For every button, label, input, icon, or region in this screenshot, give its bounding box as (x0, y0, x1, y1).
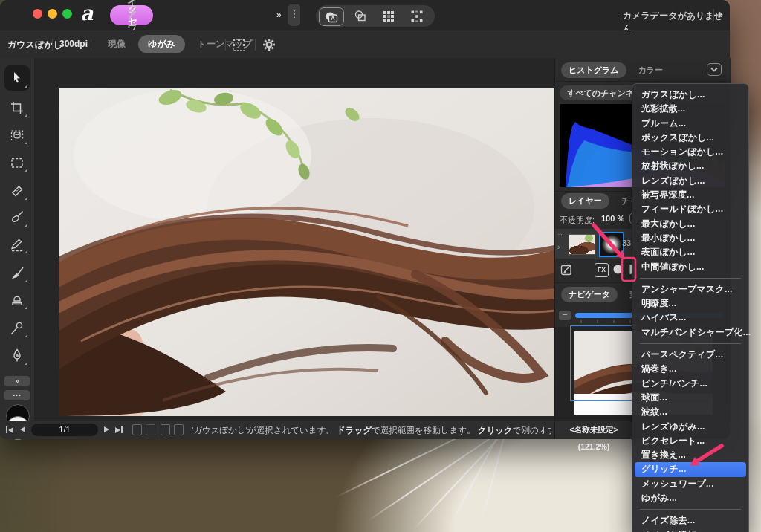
menu-item[interactable]: 中間値ぼかし... (632, 260, 748, 274)
menu-item[interactable]: グリッチ... (635, 462, 746, 476)
menu-item[interactable]: ハイパス... (632, 311, 748, 325)
circle-a-icon: A (324, 10, 339, 24)
menu-item[interactable]: 波紋... (632, 405, 748, 419)
menu-item[interactable] (640, 509, 741, 510)
menu-item[interactable]: 最小ぼかし... (632, 231, 748, 245)
duplicate-page-button[interactable] (161, 424, 170, 435)
transform-handles-button[interactable] (405, 7, 429, 25)
smudge-tool[interactable] (4, 317, 30, 340)
menu-item[interactable]: ノイズ除去... (632, 513, 748, 528)
panel-tab[interactable]: カラー (631, 62, 671, 78)
paint-brush-tool[interactable] (4, 262, 30, 285)
menu-item[interactable]: マルチバンドシャープ化... (632, 325, 748, 340)
menu-item[interactable]: レンズゆがみ... (632, 420, 748, 434)
titlebar-overflow-chevron[interactable]: » (718, 10, 723, 20)
status-hint: 'ガウスぼかし'が選択されています。 ドラッグで選択範囲を移動します。 クリック… (192, 425, 551, 436)
marquee-tool[interactable] (4, 151, 30, 175)
more-tools-button[interactable]: ••• (4, 390, 30, 400)
persona-tab[interactable]: レイアウト (110, 5, 153, 25)
pixel-grid-button[interactable] (232, 38, 246, 55)
dpi-label: 300dpi (59, 39, 88, 49)
menu-item[interactable]: モーションぼかし... (632, 145, 748, 159)
layer-fx-button[interactable]: FX (595, 263, 609, 277)
last-page-button[interactable] (115, 426, 123, 433)
document-zoom-status[interactable]: <名称未設定> (121.2%) (554, 421, 632, 438)
menu-item[interactable]: 明瞭度... (632, 296, 748, 311)
menu-item[interactable]: フィールドぼかし... (632, 202, 748, 216)
menu-item[interactable]: ピクセレート... (632, 434, 748, 448)
healing-brush-tool[interactable] (4, 179, 30, 203)
opacity-value[interactable]: 100 % (601, 214, 624, 223)
menu-item[interactable]: ノイズを追加 (632, 528, 748, 532)
move-tool[interactable] (4, 65, 30, 91)
delete-page-button[interactable] (146, 424, 155, 435)
blend-options-icon[interactable]: ⁘ (557, 231, 563, 239)
next-page-button[interactable] (104, 426, 109, 432)
menu-item[interactable]: 置き換え... (632, 448, 748, 462)
menu-item[interactable] (640, 278, 741, 279)
panel-tab[interactable]: ヒストグラム (561, 62, 626, 78)
document-canvas[interactable] (35, 58, 554, 421)
close-window-button[interactable] (33, 9, 42, 19)
zoom-window-button[interactable] (62, 9, 72, 19)
shapes-button[interactable] (349, 7, 372, 25)
persona-overflow-chevron[interactable]: » (276, 10, 282, 20)
menu-item[interactable]: 光彩拡散... (632, 102, 748, 116)
mode-button[interactable]: 現像 (98, 35, 135, 53)
pen-tool[interactable] (4, 344, 30, 368)
grid-icon (382, 10, 395, 23)
menu-item[interactable]: ガウスぼかし... (632, 88, 748, 102)
affinity-logo: a (80, 1, 94, 25)
grid-button[interactable] (377, 7, 401, 25)
status-bar: 1/1 'ガウスぼかし'が選択されています。 ドラッグで選択範囲を移動します。 … (0, 421, 730, 439)
panel-tab[interactable]: レイヤー (561, 193, 609, 209)
menu-item[interactable]: アンシャープマスク... (632, 282, 748, 296)
page-indicator[interactable]: 1/1 (31, 424, 98, 436)
menu-item[interactable]: 最大ぼかし... (632, 217, 748, 231)
panel-collapse-button[interactable] (707, 63, 722, 76)
mask-layer-button[interactable] (612, 263, 624, 279)
page-list-button[interactable] (174, 424, 184, 435)
selection-brush-tool[interactable] (4, 123, 30, 147)
edit-layer-button[interactable] (560, 263, 573, 279)
live-filters-menu: ガウスぼかし...光彩拡散...ブルーム...ボックスぼかし...モーションぼか… (632, 83, 749, 532)
menu-item[interactable]: ゆがみ... (632, 491, 748, 505)
first-page-button[interactable] (6, 426, 13, 433)
selection-handles-icon (410, 10, 424, 23)
expand-layer-chevron[interactable]: › (557, 242, 560, 251)
menu-item[interactable]: 放射状ぼかし... (632, 159, 748, 173)
crop-tool[interactable] (4, 96, 30, 120)
canvas-grid-icon (232, 38, 246, 52)
context-toolbar: ガウスぼかし 300dpi 現像ゆがみトーンマップ (0, 30, 730, 59)
layer-thumbnail[interactable] (569, 234, 595, 255)
menu-item[interactable]: ブルーム... (632, 117, 748, 131)
mask-circle-icon (612, 263, 624, 276)
panel-tab[interactable]: ナビゲータ (561, 287, 618, 302)
app-window: a ベクター ピクセル レイアウト » ⋮ (0, 0, 730, 438)
inpainting-tool[interactable] (4, 206, 30, 230)
auto-select-button[interactable]: A (319, 7, 344, 26)
menu-item[interactable]: 渦巻き... (632, 362, 748, 376)
menu-item[interactable]: ピンチ/パンチ... (632, 377, 748, 391)
menu-item[interactable]: 球面... (632, 391, 748, 405)
add-page-button[interactable] (132, 424, 142, 435)
menu-item[interactable]: ボックスぼかし... (632, 131, 748, 145)
expand-tools-button[interactable]: » (4, 376, 30, 386)
pencil-tool[interactable] (4, 233, 30, 256)
menu-item[interactable]: レンズぼかし... (632, 174, 748, 188)
titlebar-menu-dots[interactable]: ⋮ (288, 4, 300, 26)
settings-button[interactable] (262, 37, 276, 55)
titlebar-separator (713, 9, 714, 21)
menu-item[interactable]: パースペクティブ... (632, 348, 748, 362)
mode-button[interactable]: ゆがみ (138, 35, 185, 53)
live-filter-mask-thumbnail[interactable] (599, 232, 624, 257)
menu-item[interactable] (640, 343, 741, 344)
previous-page-button[interactable] (20, 426, 25, 432)
clone-stamp-tool[interactable] (4, 288, 30, 312)
minimize-window-button[interactable] (48, 9, 57, 19)
menu-item[interactable]: 表面ぼかし... (632, 245, 748, 259)
menu-item[interactable]: 被写界深度... (632, 188, 748, 202)
assistant-button-group: A (316, 5, 435, 27)
menu-item[interactable]: メッシュワープ... (632, 477, 748, 491)
zoom-out-button[interactable]: − (559, 311, 571, 320)
